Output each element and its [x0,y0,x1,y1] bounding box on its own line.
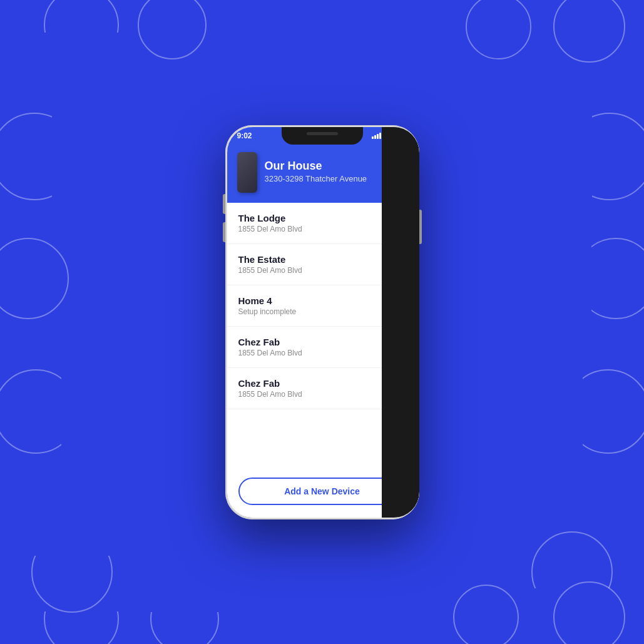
item-name: Chez Fab [238,337,302,347]
add-device-button[interactable]: Add a New Device [238,478,406,505]
phone-mockup: 9:02 📶 Our H [225,125,419,519]
volume-down-button [223,222,225,242]
item-name: Home 4 [238,295,297,306]
item-info: Home 4 Setup incomplete [238,295,297,316]
volume-up-button [223,194,225,214]
item-info: Chez Fab 1855 Del Amo Blvd [238,337,302,357]
header-text: Our House 3230-3298 Thatcher Avenue [265,160,387,185]
item-name: The Estate [238,254,302,265]
power-button [419,210,422,244]
phone-frame: 9:02 📶 Our H [225,125,419,519]
status-time: 9:02 [237,131,252,140]
item-name: Chez Fab [238,378,302,389]
item-name: The Lodge [238,213,302,223]
notch [282,127,363,145]
item-status: Setup incomplete [238,307,297,316]
item-address: 1855 Del Amo Blvd [238,349,302,357]
item-info: The Estate 1855 Del Amo Blvd [238,254,302,275]
device-thumbnail [237,152,257,193]
item-info: The Lodge 1855 Del Amo Blvd [238,213,302,233]
house-name: Our House [265,160,387,173]
house-address: 3230-3298 Thatcher Avenue [265,174,387,185]
item-address: 1855 Del Amo Blvd [238,266,302,275]
item-info: Chez Fab 1855 Del Amo Blvd [238,378,302,399]
item-address: 1855 Del Amo Blvd [238,390,302,399]
signal-icon [372,133,381,139]
phone-edge-panel [382,127,419,518]
item-address: 1855 Del Amo Blvd [238,225,302,233]
